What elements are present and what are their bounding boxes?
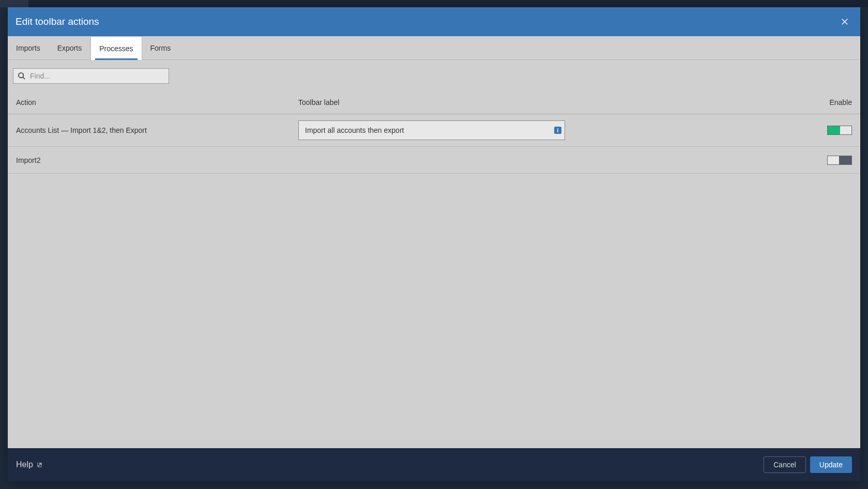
toolbar-label-input[interactable] [305, 126, 554, 134]
enable-toggle[interactable] [827, 126, 852, 135]
table-row: Accounts List — Import 1&2, then Export … [8, 114, 860, 147]
toggle-knob [840, 126, 851, 134]
column-header-label: Toolbar label [298, 98, 811, 106]
search-input[interactable] [30, 72, 164, 80]
tab-label: Processes [99, 44, 133, 53]
table-header: Action Toolbar label Enable [8, 89, 860, 114]
button-label: Cancel [773, 461, 796, 469]
search-row [8, 60, 860, 89]
modal-footer: Help Cancel Update [8, 448, 860, 481]
cancel-button[interactable]: Cancel [764, 456, 806, 473]
button-label: Update [819, 461, 843, 469]
tab-imports[interactable]: Imports [8, 36, 49, 59]
search-icon [18, 72, 26, 80]
close-icon [840, 17, 849, 26]
help-link[interactable]: Help [16, 460, 43, 469]
tab-forms[interactable]: Forms [142, 36, 180, 59]
svg-point-2 [19, 73, 23, 78]
table-row: Import2 [8, 147, 860, 174]
app-tab-stub [0, 0, 28, 7]
actions-table: Action Toolbar label Enable Accounts Lis… [8, 89, 860, 448]
close-button[interactable] [839, 16, 851, 28]
tab-processes[interactable]: Processes [90, 36, 142, 60]
help-label: Help [16, 460, 33, 469]
label-input-wrapper: i [298, 120, 565, 140]
search-wrapper [13, 68, 169, 84]
footer-buttons: Cancel Update [764, 456, 852, 473]
column-header-enable: Enable [811, 98, 852, 106]
action-name: Import2 [16, 156, 298, 164]
tab-label: Exports [57, 44, 82, 52]
tab-label: Forms [150, 44, 171, 52]
toggle-knob [828, 156, 839, 164]
label-cell: i [298, 120, 811, 140]
tabs-bar: Imports Exports Processes Forms [8, 36, 860, 60]
tab-exports[interactable]: Exports [49, 36, 90, 59]
enable-cell [811, 156, 852, 165]
external-link-icon [36, 461, 43, 468]
info-icon[interactable]: i [554, 127, 561, 134]
edit-toolbar-actions-modal: Edit toolbar actions Imports Exports Pro… [8, 7, 860, 481]
modal-title: Edit toolbar actions [16, 16, 99, 27]
tab-label: Imports [16, 44, 40, 52]
enable-cell [811, 126, 852, 135]
action-name: Accounts List — Import 1&2, then Export [16, 126, 298, 134]
column-header-action: Action [16, 98, 298, 106]
modal-header: Edit toolbar actions [8, 7, 860, 36]
svg-line-3 [23, 77, 25, 79]
app-topbar [0, 0, 868, 7]
enable-toggle[interactable] [827, 156, 852, 165]
update-button[interactable]: Update [810, 456, 852, 473]
